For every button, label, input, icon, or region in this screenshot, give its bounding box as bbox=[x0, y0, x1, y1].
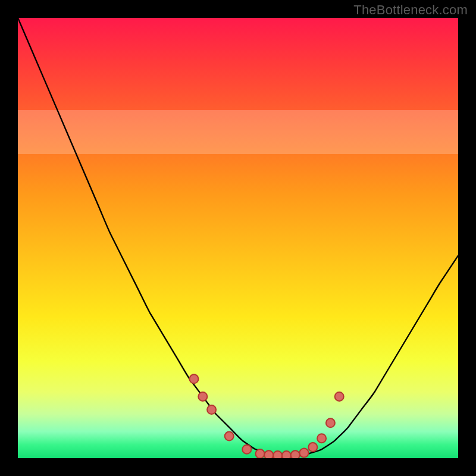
highlight-dot bbox=[198, 392, 207, 401]
plot-area bbox=[18, 18, 458, 458]
highlight-dot bbox=[308, 443, 317, 452]
optimal-range-dots bbox=[190, 374, 344, 458]
highlight-dot bbox=[317, 434, 326, 443]
highlight-dot bbox=[256, 449, 265, 458]
highlight-dot bbox=[300, 449, 309, 458]
chart-frame: TheBottleneck.com bbox=[0, 0, 476, 476]
bottleneck-curve bbox=[18, 18, 458, 456]
highlight-dot bbox=[225, 432, 234, 441]
highlight-dot bbox=[335, 392, 344, 401]
curve-layer bbox=[18, 18, 458, 458]
highlight-dot bbox=[207, 405, 216, 414]
highlight-dot bbox=[326, 418, 335, 427]
highlight-dot bbox=[264, 450, 273, 458]
highlight-dot bbox=[242, 445, 251, 454]
watermark-text: TheBottleneck.com bbox=[353, 2, 468, 18]
highlight-dot bbox=[282, 451, 291, 458]
highlight-dot bbox=[291, 450, 300, 458]
highlight-dot bbox=[273, 451, 282, 458]
highlight-dot bbox=[190, 374, 199, 383]
